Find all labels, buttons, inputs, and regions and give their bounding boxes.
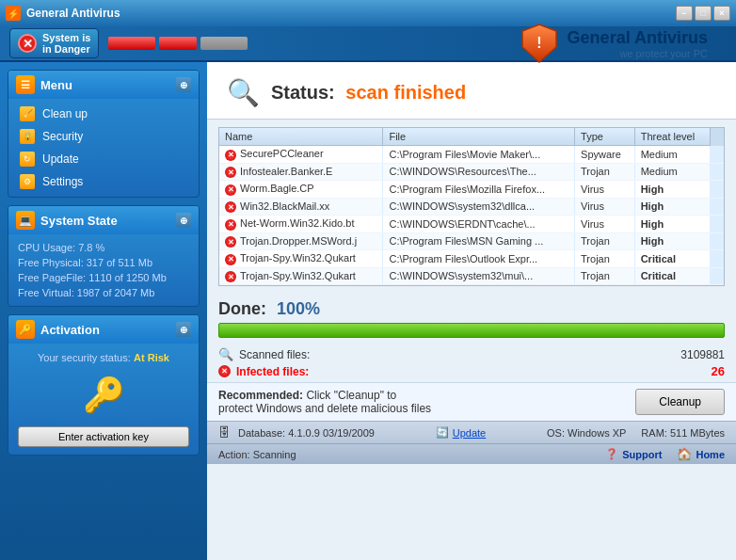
scan-results-table: Name File Type Threat level ✕SecurePCCle… <box>218 127 725 286</box>
update-icon-small: 🔄 <box>436 426 449 439</box>
infected-x-icon: ✕ <box>218 365 231 377</box>
top-status-bar: ✕ System is in Danger ! General A <box>0 26 736 62</box>
col-name: Name <box>219 128 383 146</box>
cleanup-button[interactable]: Cleanup <box>635 389 725 415</box>
danger-x-icon: ✕ <box>18 34 37 53</box>
sidebar: ☰ Menu ⊕ 🧹 Clean up 🔒 Security ↻ Update <box>0 62 207 560</box>
activate-button[interactable]: Enter activation key <box>18 426 189 447</box>
table-row: ✕Trojan.Dropper.MSWord.jC:\Program Files… <box>219 232 724 250</box>
cleanup-icon: 🧹 <box>20 106 35 121</box>
support-link[interactable]: ❓ Support <box>605 448 662 460</box>
title-text: General Antivirus <box>26 7 120 20</box>
sidebar-item-settings[interactable]: ⚙ Settings <box>8 170 199 193</box>
system-state-section: 💻 System State ⊕ CPU Usage: 7.8 % Free P… <box>8 205 200 307</box>
menu-header: ☰ Menu ⊕ <box>8 71 199 99</box>
ram-label: RAM: 511 MBytes <box>641 427 725 439</box>
bottom-right: OS: Windows XP RAM: 511 MBytes <box>547 427 725 439</box>
db-version-text: Database: 4.1.0.9 03/19/2009 <box>238 427 375 439</box>
row-type: Trojan <box>575 232 635 250</box>
sidebar-item-security[interactable]: 🔒 Security <box>8 125 199 148</box>
status-heading: Status: scan finished <box>271 82 466 104</box>
menu-icon: ☰ <box>16 75 35 94</box>
free-physical-row: Free Physical: 317 of 511 Mb <box>18 255 189 270</box>
col-file: File <box>383 128 575 146</box>
bottom-bar: 🗄 Database: 4.1.0.9 03/19/2009 🔄 Update … <box>207 421 736 443</box>
activation-icon: 🔑 <box>16 320 35 339</box>
scanned-files-row: 🔍 Scanned files: 3109881 <box>218 347 725 361</box>
row-file: C:\WINDOWS\system32\dllca... <box>383 198 575 216</box>
row-file: C:\WINDOWS\ERDNT\cache\... <box>383 216 575 233</box>
activation-header: 🔑 Activation ⊕ <box>8 315 199 344</box>
system-state-collapse-button[interactable]: ⊕ <box>176 213 191 228</box>
danger-badge: ✕ System is in Danger <box>9 28 99 58</box>
system-state-header: 💻 System State ⊕ <box>8 206 199 234</box>
sidebar-item-cleanup[interactable]: 🧹 Clean up <box>8 103 199 125</box>
scan-icon: 🔍 <box>226 75 260 109</box>
row-threat: Medium <box>634 163 710 181</box>
row-threat: High <box>634 232 710 250</box>
menu-section: ☰ Menu ⊕ 🧹 Clean up 🔒 Security ↻ Update <box>8 70 200 198</box>
settings-icon: ⚙ <box>20 174 35 189</box>
recommended-text: Recommended: Click "Cleanup" toprotect W… <box>218 389 431 415</box>
row-file: C:\Program Files\Outlook Expr... <box>383 250 575 268</box>
action-bar: Action: Scanning ❓ Support 🏠 Home <box>207 443 736 464</box>
row-threat: Medium <box>634 146 710 164</box>
row-file: C:\Program Files\Movie Maker\... <box>383 146 575 164</box>
minimize-button[interactable]: − <box>676 6 693 21</box>
col-threat: Threat level <box>634 128 710 146</box>
danger-progress-bars <box>108 37 248 50</box>
update-link[interactable]: Update <box>453 427 486 439</box>
progress-bar-3 <box>200 37 248 50</box>
security-icon: 🔒 <box>20 129 35 144</box>
infected-files-row: ✕ Infected files: 26 <box>218 364 725 378</box>
home-link[interactable]: 🏠 Home <box>677 447 725 461</box>
free-virtual-row: Free Virtual: 1987 of 2047 Mb <box>18 285 189 300</box>
menu-collapse-button[interactable]: ⊕ <box>176 77 191 92</box>
app-icon: ⚡ <box>6 6 21 21</box>
row-file: C:\Program Files\MSN Gaming ... <box>383 232 575 250</box>
key-icon: 🔑 <box>80 372 127 419</box>
close-button[interactable]: × <box>713 6 730 21</box>
bottom-center: 🔄 Update <box>436 426 486 439</box>
row-threat: High <box>634 216 710 233</box>
table-row: ✕Infostealer.Banker.EC:\WINDOWS\Resource… <box>219 163 724 181</box>
row-name: ✕Trojan-Spy.Win32.Qukart <box>219 267 383 285</box>
window-controls: − □ × <box>676 6 730 21</box>
row-file: C:\WINDOWS\Resources\The... <box>383 163 575 181</box>
infected-value: 26 <box>712 364 725 378</box>
table-row: ✕Trojan-Spy.Win32.QukartC:\Program Files… <box>219 250 724 268</box>
content-area: 🔍 Status: scan finished Name File Type T… <box>207 62 736 560</box>
row-name: ✕Trojan.Dropper.MSWord.j <box>219 232 383 250</box>
home-icon: 🏠 <box>677 447 692 461</box>
svg-text:!: ! <box>536 35 541 51</box>
action-scanning-text: Action: Scanning <box>218 449 296 460</box>
table-row: ✕Worm.Bagle.CPC:\Program Files\Mozilla F… <box>219 181 724 199</box>
sidebar-item-update[interactable]: ↻ Update <box>8 148 199 170</box>
row-name: ✕SecurePCCleaner <box>219 146 383 164</box>
row-threat: High <box>634 181 710 199</box>
row-file: C:\Program Files\Mozilla Firefox... <box>383 181 575 199</box>
progress-bar-1 <box>108 37 155 50</box>
row-type: Trojan <box>575 163 635 181</box>
progress-section: Done: 100% <box>207 294 736 344</box>
cpu-usage-row: CPU Usage: 7.8 % <box>18 240 189 255</box>
table-row: ✕Trojan-Spy.Win32.QukartC:\WINDOWS\syste… <box>219 267 724 285</box>
row-name: ✕Infostealer.Banker.E <box>219 163 383 181</box>
maximize-button[interactable]: □ <box>695 6 712 21</box>
row-type: Virus <box>575 198 635 216</box>
logo-area: ! General Antivirus we protect your PC <box>520 23 727 64</box>
results-table: Name File Type Threat level ✕SecurePCCle… <box>219 128 724 285</box>
os-label: OS: Windows XP <box>547 427 626 439</box>
row-type: Virus <box>575 216 635 233</box>
row-type: Trojan <box>575 250 635 268</box>
menu-items: 🧹 Clean up 🔒 Security ↻ Update ⚙ Setting… <box>8 99 199 197</box>
database-icon: 🗄 <box>218 425 231 440</box>
row-name: ✕Worm.Bagle.CP <box>219 181 383 199</box>
row-type: Virus <box>575 181 635 199</box>
table-row: ✕Net-Worm.Win32.Kido.btC:\WINDOWS\ERDNT\… <box>219 216 724 233</box>
activation-collapse-button[interactable]: ⊕ <box>176 322 191 337</box>
scanned-value: 3109881 <box>680 348 725 361</box>
row-threat: Critical <box>634 267 710 285</box>
row-type: Trojan <box>575 267 635 285</box>
row-file: C:\WINDOWS\system32\mui\... <box>383 267 575 285</box>
